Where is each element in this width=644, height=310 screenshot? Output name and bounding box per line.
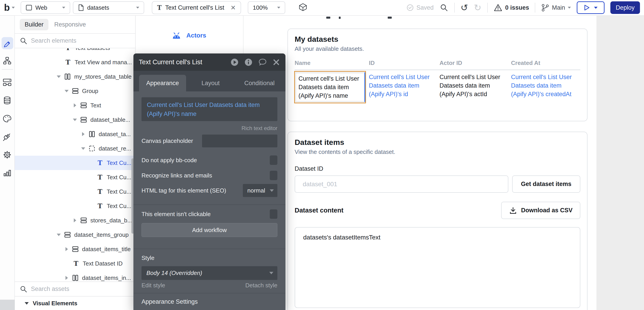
add-workflow-button[interactable]: Add workflow [142,223,278,237]
tab-builder[interactable]: Builder [20,19,48,30]
dataset-id-input[interactable] [295,176,508,193]
tab-appearance[interactable]: Appearance [139,75,186,91]
caret-right-icon[interactable] [73,103,77,107]
tab-conditional[interactable]: Conditional [235,75,284,91]
rich-text-editor-link[interactable]: Rich text editor [142,125,278,131]
dataset-content-box[interactable]: datasets's datasetItemsText [295,227,580,308]
page-dropdown[interactable]: datasets [73,1,144,14]
tree-item-text-current-selected[interactable]: T Text Cu... [15,156,135,170]
text-element-icon: T [96,188,104,195]
play-icon [584,4,590,11]
property-inspector[interactable]: Text Current cell's List Appearance Layo… [134,54,286,310]
cell-actor-id-value[interactable]: Current cell's List User Datasets data i… [440,73,511,103]
caret-down-icon[interactable] [81,147,86,150]
caret-down-icon[interactable] [64,90,69,92]
download-csv-button[interactable]: Download as CSV [501,202,580,219]
search-elements-bar [15,33,135,48]
database-icon[interactable] [3,96,12,105]
selected-element-outline[interactable]: Current cell's List User Datasets data i… [294,71,366,103]
tree-item-text-current[interactable]: T Text Cu... [15,199,135,213]
tree-item-text-datasets[interactable]: T Text Datasets [15,48,135,55]
issues-indicator[interactable]: 0 issues [494,3,529,12]
tree-item-my-stores-data-table[interactable]: my_stores_data_table [15,69,135,84]
caret-down-icon[interactable] [56,75,61,78]
tree-item-group[interactable]: Group [15,84,135,98]
plugins-plug-icon[interactable] [2,132,12,141]
rich-text-expression[interactable]: Current cell's List User Datasets data i… [142,97,278,121]
caret-right-icon[interactable] [81,132,86,136]
appearance-settings-header[interactable]: Appearance Settings [142,298,278,305]
open-element-tab[interactable]: T Text Current cell's List ✕ [152,1,241,14]
caret-down-icon[interactable] [73,119,77,121]
workflow-sitemap-icon[interactable] [3,56,12,65]
redo-icon[interactable]: ↻ [474,3,482,12]
close-tab-icon[interactable]: ✕ [230,4,236,12]
my-datasets-subtitle: All your available datasets. [295,45,580,52]
app-logo[interactable]: b [4,3,15,12]
chevron-down-icon [62,7,65,9]
search-icon[interactable] [440,3,448,12]
tree-item-dataset-items-group[interactable]: dataset_items_group [15,228,135,242]
html-tag-dropdown[interactable]: normal [243,184,278,197]
reusable-elements-icon[interactable] [2,78,12,87]
cell-created-at-value[interactable]: Current cell's List User Datasets data i… [511,73,580,103]
logs-chart-icon[interactable] [3,168,12,177]
deploy-button[interactable]: Deploy [610,1,640,14]
tree-item-dataset-ta[interactable]: dataset_ta... [15,127,135,141]
bb-code-checkbox[interactable] [270,156,278,165]
tab-layout[interactable]: Layout [186,75,235,91]
component-cube-icon[interactable] [298,3,308,13]
tree-item-text-dataset-id[interactable]: T Text Dataset ID [15,256,135,271]
undo-icon[interactable]: ↺ [460,3,468,12]
tree-item-dataset-re[interactable]: dataset_re... [15,141,135,156]
column-actor-id: Actor ID [440,60,511,67]
tree-item-dataset-items-in[interactable]: dataset_items_in... [15,271,135,281]
search-assets-input[interactable] [31,285,116,292]
branch-selector[interactable]: Main [541,3,571,12]
caret-down-icon[interactable] [56,234,61,236]
warning-triangle-icon [494,3,502,12]
tree-item-text-current[interactable]: T Text Cu... [15,170,135,185]
inspector-header[interactable]: Text Current cell's List [134,54,286,71]
caret-right-icon[interactable] [64,247,69,251]
recognize-links-checkbox[interactable] [270,171,278,180]
cell-id-value[interactable]: Current cell's List User Datasets data i… [369,73,440,103]
canvas-placeholder-input[interactable] [202,134,278,147]
edit-style-link[interactable]: Edit style [142,282,165,289]
recognize-links-label: Recognize links and emails [142,172,212,179]
styles-palette-icon[interactable] [2,114,12,123]
caret-right-icon[interactable] [64,276,69,280]
run-workflow-icon[interactable] [230,58,239,67]
tab-responsive[interactable]: Responsive [54,21,86,28]
dataset-id-label: Dataset ID [295,165,580,172]
close-icon[interactable] [272,58,280,66]
visual-elements-header[interactable]: Visual Elements [15,296,135,310]
comment-bubble-icon[interactable] [258,58,267,67]
selection-edge-handle[interactable] [364,72,365,102]
get-dataset-items-button[interactable]: Get dataset items [512,176,580,193]
tree-item-stores-data-b[interactable]: stores_data_b... [15,213,135,228]
tree-item-text-group[interactable]: Text [15,98,135,112]
tree-item-dataset-table[interactable]: dataset_table... [15,112,135,127]
search-elements-input[interactable] [31,37,116,44]
preview-button[interactable] [577,1,604,14]
info-icon[interactable] [244,58,253,67]
tree-item-dataset-items-title[interactable]: dataset_items_title [15,242,135,256]
platform-dropdown[interactable]: Web [21,1,70,14]
chevron-down-icon[interactable] [594,7,598,9]
caret-right-icon[interactable] [73,218,77,222]
divider [134,204,286,205]
page-icon [78,4,84,11]
zoom-dropdown[interactable]: 100% [248,1,285,14]
design-pencil-icon[interactable] [3,39,12,48]
divider [535,3,535,13]
page-sidebar-item-actors[interactable]: Actors [172,32,206,40]
text-element-icon: T [64,48,72,52]
not-clickable-checkbox[interactable] [270,209,278,219]
style-dropdown[interactable]: Body 14 (Overridden) [142,266,278,280]
page-dropdown-label: datasets [87,4,109,11]
settings-gear-icon[interactable] [2,150,12,160]
detach-style-link[interactable]: Detach style [245,282,278,289]
tree-item-text-current[interactable]: T Text Cu... [15,185,135,199]
tree-item-text-view[interactable]: T Text View and mana... [15,55,135,69]
